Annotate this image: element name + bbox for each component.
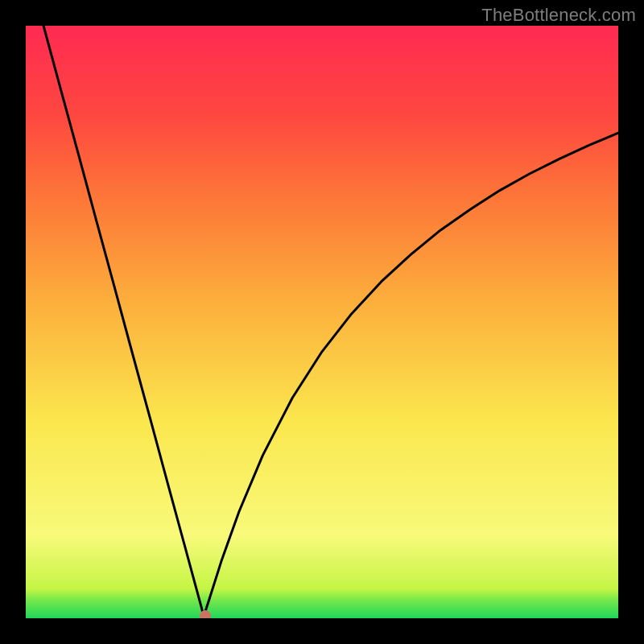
watermark-text: TheBottleneck.com <box>481 5 636 26</box>
chart-frame: TheBottleneck.com <box>0 0 644 644</box>
bottleneck-curve <box>43 26 618 615</box>
curve-svg <box>26 26 618 618</box>
plot-area <box>26 26 618 618</box>
